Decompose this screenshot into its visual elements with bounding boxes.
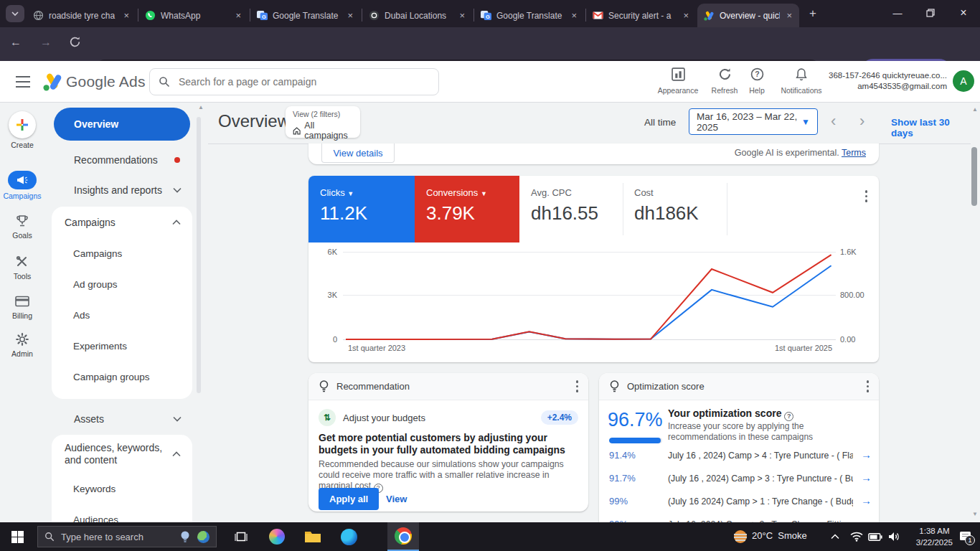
hamburger-menu-icon[interactable] [16,76,30,88]
tab-title: Google Translate [273,11,341,21]
nav-scroll-up-icon[interactable]: ▲ [198,104,204,110]
scrollbar-thumb[interactable] [971,147,977,206]
date-range-picker[interactable]: Mar 16, 2023 – Mar 22, 2025 ▼ [689,108,818,135]
notifications-button[interactable]: Notifications [775,67,828,95]
card-menu-icon[interactable] [865,190,868,202]
nav-audiences-item[interactable]: Audiences [52,504,192,522]
nav-experiments-item[interactable]: Experiments [52,331,192,362]
restore-button[interactable] [914,0,947,26]
help-icon[interactable]: ? [784,412,793,421]
close-button[interactable]: × [947,0,980,26]
tab-dubai-locations[interactable]: Dubai Locations × [363,4,472,27]
volume-button[interactable] [884,527,904,547]
weather-icon[interactable] [730,527,750,547]
tab-roadside[interactable]: roadside tyre cha × [27,4,136,27]
optimization-row[interactable]: 91.4% July 16 , 2024) Camp > 4 : Tyre Pu… [599,445,879,468]
battery-button[interactable] [865,527,885,547]
reload-button[interactable] [69,36,81,51]
nav-scrollbar[interactable] [197,117,201,393]
optimization-row[interactable]: 99% (July 16 2024) Camp > 1 : Tyre Chang… [599,491,879,514]
view-button[interactable]: View [386,494,407,504]
nav-assets[interactable]: Assets [54,405,190,433]
tab-close-icon[interactable]: × [785,10,793,21]
tab-close-icon[interactable]: × [234,10,242,21]
metric-cost[interactable]: Cost dh186K [623,176,727,242]
task-view-button[interactable] [231,527,251,547]
minimize-button[interactable]: — [881,0,914,26]
tab-close-icon[interactable]: × [570,10,578,21]
right-axis-tick: 0.00 [840,335,855,344]
rail-create-button[interactable]: Create [0,111,44,149]
nav-campaigns-group[interactable]: Campaigns [52,207,192,238]
appearance-button[interactable]: Appearance [655,67,701,95]
tab-close-icon[interactable]: × [458,10,466,21]
nav-insights-reports[interactable]: Insights and reports [54,176,190,204]
rail-admin-button[interactable]: Admin [0,331,44,358]
taskbar-search-box[interactable]: Type here to search [37,526,217,547]
nav-keywords-item[interactable]: Keywords [52,474,192,504]
view-details-button[interactable]: View details [321,143,395,163]
arrow-right-icon[interactable]: → [861,494,872,507]
nav-campaigns-item[interactable]: Campaigns [52,238,192,269]
nav-campaign-groups-item[interactable]: Campaign groups [52,362,192,392]
tray-expand-button[interactable] [825,527,845,547]
metric-clicks[interactable]: Clicks ▼ 11.2K [308,176,415,242]
weather-temp[interactable]: 20°C Smoke [752,530,807,541]
chrome-icon [395,527,412,545]
rail-campaigns-button[interactable]: Campaigns [0,171,44,200]
nav-recommendations[interactable]: Recommendations [54,146,190,174]
rail-goals-button[interactable]: Goals [0,212,44,240]
forward-button[interactable]: → [40,36,52,49]
tab-translate-2[interactable]: G Google Translate × [475,4,584,27]
scroll-up-icon[interactable]: ▲ [972,106,978,113]
next-range-button[interactable]: › [859,112,864,131]
tab-close-icon[interactable]: × [346,10,354,21]
copilot-button[interactable] [267,527,287,547]
chrome-button-active[interactable] [387,522,419,551]
taskbar-clock[interactable]: 1:38 AM 3/22/2025 [916,525,953,548]
tab-search-button[interactable] [6,5,24,22]
row-text: (July 16 , 2024) Camp > 3 : Tyre Punctur… [668,474,853,484]
arrow-right-icon[interactable]: → [861,471,872,484]
metric-avg-cpc[interactable]: Avg. CPC dh16.55 [519,176,623,242]
scroll-down-icon[interactable]: ▼ [972,511,978,517]
lightbulb-icon [609,380,620,393]
avatar[interactable]: A [953,70,974,92]
app-search-input[interactable] [177,75,430,88]
show-last-30-days-link[interactable]: Show last 30 days [891,117,973,138]
nav-audiences-group[interactable]: Audiences, keywords, and content [52,435,192,474]
tab-close-icon[interactable]: × [122,10,131,21]
arrow-right-icon[interactable]: → [861,448,872,461]
terms-link[interactable]: Terms [842,148,866,158]
arrow-right-icon[interactable]: → [861,517,872,522]
tab-close-icon[interactable]: × [682,10,690,21]
nav-ads-item[interactable]: Ads [52,300,192,331]
app-search-box[interactable] [149,68,439,95]
new-tab-button[interactable]: + [809,6,816,21]
tab-overview-active[interactable]: Overview - quick × [697,4,799,27]
card-menu-icon[interactable] [576,380,579,392]
nav-overview[interactable]: Overview [54,108,190,141]
apply-all-button[interactable]: Apply all [319,488,379,510]
tab-translate-1[interactable]: G Google Translate × [251,4,360,27]
start-button[interactable] [7,527,27,547]
rail-tools-button[interactable]: Tools [0,253,44,281]
nav-ad-groups-item[interactable]: Ad groups [52,269,192,300]
card-menu-icon[interactable] [867,380,870,392]
create-plus-icon[interactable] [9,111,36,138]
filter-chip[interactable]: View (2 filters) All campaigns [286,106,360,138]
wifi-button[interactable] [847,527,867,547]
prev-range-button[interactable]: ‹ [831,112,836,131]
help-button[interactable]: ? Help [739,67,775,95]
edge-button[interactable] [339,527,359,547]
recommendation-item[interactable]: ⇅ Adjust your budgets +2.4% [319,409,578,426]
tab-security-alert[interactable]: Security alert - a × [587,4,696,27]
notification-center-button[interactable]: 1 [956,527,976,547]
tab-whatsapp[interactable]: WhatsApp × [139,4,248,27]
rail-billing-button[interactable]: Billing [0,293,44,320]
optimization-row[interactable]: 91.7% (July 16 , 2024) Camp > 3 : Tyre P… [599,468,879,491]
file-explorer-button[interactable] [303,527,323,547]
back-button[interactable]: ← [10,36,22,49]
metric-conversions[interactable]: Conversions ▼ 3.79K [415,176,519,242]
optimization-row[interactable]: 99% July 16, 2024) Camp > 2 : Tyre Chang… [599,514,879,522]
